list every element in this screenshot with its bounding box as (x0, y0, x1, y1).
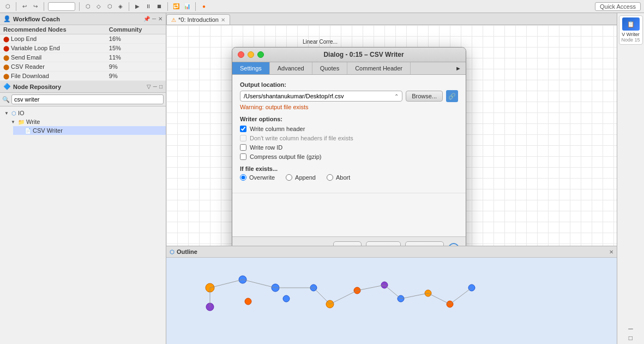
tl-maximize[interactable] (257, 51, 264, 58)
dont-write-checkbox[interactable] (240, 135, 246, 141)
ok-button[interactable]: OK (333, 241, 361, 246)
url-icon-symbol: 🔗 (448, 93, 456, 100)
toolbar-icon-12[interactable]: 📊 (183, 2, 191, 11)
toolbar-icon-7[interactable]: ◈ (116, 2, 125, 11)
radio-overwrite-row: Overwrite (240, 174, 275, 181)
if-file-exists-row: If file exists... Overwrite Append (240, 165, 458, 181)
tree-item-write[interactable]: ▼ 📁 Write (7, 117, 166, 126)
toolbar-icon-5[interactable]: ◇ (94, 2, 103, 11)
write-column-header-label: Write column header (250, 126, 305, 132)
radio-abort-row: Abort (327, 174, 350, 181)
output-location-label: Output location: (240, 81, 458, 88)
radio-overwrite[interactable] (240, 174, 246, 181)
coach-pin-icon[interactable]: 📌 (143, 16, 150, 22)
col-header-nodes: Recommended Nodes (0, 25, 106, 34)
path-input[interactable]: /Users/shantanukumar/Desktop/rf.csv ⌃ (240, 91, 402, 102)
node-repo-header: 🔷 Node Repository ▽ ─ □ (0, 81, 166, 93)
tab-more-button[interactable]: ► (451, 62, 466, 74)
tab-quotes[interactable]: Quotes (312, 62, 347, 74)
radio-append-row: Append (286, 174, 316, 181)
toolbar-icon-knime[interactable]: ● (200, 2, 208, 11)
coach-node-pct: 11% (106, 53, 166, 62)
zoom-input[interactable]: 100% (48, 2, 75, 11)
coach-row[interactable]: ⬤ Send Email 11% (0, 53, 166, 62)
tab-introduction[interactable]: ⚠ *0: Introduction ✕ (166, 14, 230, 25)
main-area: 👤 Workflow Coach 📌 ─ ✕ Recommended Nodes… (0, 13, 644, 344)
coach-row[interactable]: ⬤ Variable Loop End 15% (0, 44, 166, 53)
apply-button[interactable]: Apply (366, 241, 401, 246)
coach-node-pct: 16% (106, 34, 166, 44)
tree-icon-io: ⬡ (11, 110, 16, 116)
coach-close-icon[interactable]: ✕ (158, 16, 162, 22)
toolbar-icon-9[interactable]: ⏸ (144, 2, 153, 11)
right-panel: 📋 V Writer Node 15 ─ □ (617, 13, 644, 344)
quick-access-button[interactable]: Quick Access (595, 2, 641, 11)
tree-item-io[interactable]: ▼ ⬡ IO (0, 109, 166, 117)
outline-header-icons: ✕ (609, 249, 613, 255)
coach-row[interactable]: ⬤ File Download 9% (0, 72, 166, 81)
coach-row[interactable]: ⬤ CSV Reader 9% (0, 62, 166, 72)
sep-6 (195, 2, 196, 11)
repo-maximize-icon[interactable]: □ (159, 84, 162, 90)
dialog-title: Dialog - 0:15 – CSV Writer (267, 51, 460, 58)
dialog-tabs: Settings Advanced Quotes Comment Header … (232, 62, 466, 75)
canvas[interactable]: Linear Corre... 📄 File Reader Node 1 N N… (166, 25, 617, 246)
tree-item-csv-writer[interactable]: 📄 CSV Writer (13, 126, 166, 135)
right-collapse-icon[interactable]: ─ (628, 325, 633, 333)
node-repository: 🔷 Node Repository ▽ ─ □ 🔍 ▼ ⬡ IO (0, 81, 166, 344)
output-location-row: Output location: /Users/shantanukumar/De… (240, 81, 458, 110)
toolbar-icon-10[interactable]: ⏹ (155, 2, 164, 11)
coach-minimize-icon[interactable]: ─ (152, 16, 156, 22)
tab-comment-header[interactable]: Comment Header (347, 62, 411, 74)
tab-close-icon[interactable]: ✕ (221, 17, 225, 23)
repo-minimize-icon[interactable]: ─ (153, 84, 157, 90)
browse-button[interactable]: Browse... (406, 91, 443, 102)
toolbar-icon-2[interactable]: ↩ (20, 2, 29, 11)
toolbar-icon-11[interactable]: 🔁 (172, 2, 180, 11)
outline-title: ⬡ Outline (170, 248, 197, 255)
dialog-spacer (232, 193, 466, 236)
right-expand-icon[interactable]: □ (629, 334, 633, 342)
coach-row[interactable]: ⬤ Loop End 16% (0, 34, 166, 44)
var-loop-icon: ⬤ (3, 45, 9, 51)
url-icon[interactable]: 🔗 (446, 90, 458, 102)
cancel-button[interactable]: Cancel (405, 241, 444, 246)
right-node-thumb[interactable]: 📋 V Writer Node 15 (619, 15, 643, 45)
toolbar-icon-3[interactable]: ↪ (31, 2, 40, 11)
compress-checkbox[interactable] (240, 153, 246, 160)
tab-settings[interactable]: Settings (232, 62, 270, 74)
csv-reader-icon: ⬤ (3, 64, 9, 70)
loop-end-icon: ⬤ (3, 36, 9, 42)
outline-close-icon[interactable]: ✕ (609, 249, 613, 255)
dialog-footer: OK Apply Cancel ? (232, 236, 466, 246)
tab-advanced[interactable]: Advanced (270, 62, 312, 74)
top-toolbar: ⬡ ↩ ↪ 100% ⬡ ◇ ⬡ ◈ ▶ ⏸ ⏹ 🔁 📊 ● Quick Acc… (0, 0, 644, 13)
tab-bar: ⚠ *0: Introduction ✕ (166, 13, 617, 25)
path-row: /Users/shantanukumar/Desktop/rf.csv ⌃ Br… (240, 90, 458, 102)
if-file-label: If file exists... (240, 165, 458, 172)
coach-header-icons: 📌 ─ ✕ (143, 16, 162, 22)
radio-abort[interactable] (327, 174, 333, 181)
write-row-id-checkbox[interactable] (240, 144, 246, 151)
linear-corr-label: Linear Corre... (303, 39, 338, 45)
repo-filter-icon[interactable]: ▽ (147, 84, 151, 90)
tl-close[interactable] (238, 51, 244, 58)
left-panel: 👤 Workflow Coach 📌 ─ ✕ Recommended Nodes… (0, 13, 166, 344)
node-linear-corr[interactable]: Linear Corre... (303, 39, 338, 45)
repo-search-input[interactable] (11, 94, 164, 104)
toolbar-icon-4[interactable]: ⬡ (83, 2, 92, 11)
radio-append[interactable] (286, 174, 292, 181)
toolbar-icon-6[interactable]: ⬡ (105, 2, 114, 11)
tl-minimize[interactable] (248, 51, 254, 58)
toolbar-icon-8[interactable]: ▶ (133, 2, 142, 11)
right-panel-icons: ─ □ (626, 323, 635, 344)
write-column-header-checkbox[interactable] (240, 126, 246, 132)
coach-table: Recommended Nodes Community ⬤ Loop End 1… (0, 25, 166, 81)
canvas-area: ⚠ *0: Introduction ✕ Linear Corre... (166, 13, 617, 344)
write-row-id-row: Write row ID (240, 144, 458, 151)
help-icon[interactable]: ? (448, 243, 459, 246)
coach-node-pct: 9% (106, 72, 166, 81)
csv-writer-dialog[interactable]: Dialog - 0:15 – CSV Writer Settings Adva… (232, 47, 466, 246)
outline-content[interactable] (166, 258, 617, 344)
right-node-icon: 📋 (622, 17, 640, 31)
